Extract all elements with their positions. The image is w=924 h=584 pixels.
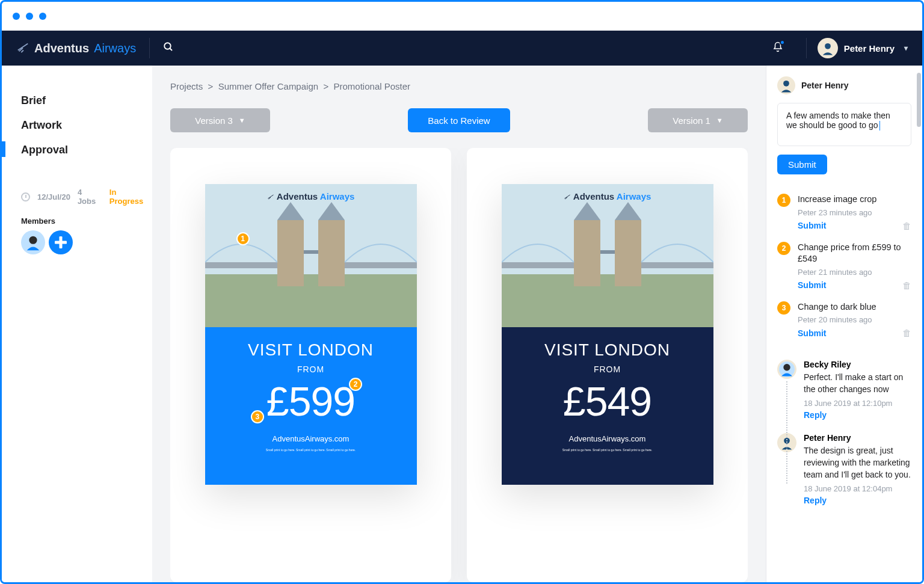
members-list (21, 230, 152, 254)
amend-item: 3 Change to dark blue Peter 20 minutes a… (777, 301, 911, 339)
svg-rect-19 (574, 220, 600, 286)
user-name: Peter Henry (844, 43, 895, 54)
thread-text: Perfect. I'll make a start on the other … (804, 372, 911, 395)
reply-link[interactable]: Reply (804, 410, 911, 420)
svg-point-29 (783, 364, 790, 370)
poster-panel-right: VISIT LONDON FROM £549 AdventusAirways.c… (502, 327, 713, 485)
brand-logo[interactable]: Adventus Airways (16, 40, 136, 57)
poster-price: £599 (266, 378, 355, 425)
thread-meta: 18 June 2019 at 12:10pm (804, 399, 911, 408)
divider (149, 38, 150, 58)
add-member-button[interactable] (49, 230, 73, 254)
project-jobs: 4 Jobs (78, 188, 102, 206)
body: Brief Artwork Approval 12/Jul/20 4 Jobs … (2, 66, 922, 582)
amend-meta: Peter 20 minutes ago (798, 315, 911, 324)
poster-left[interactable]: Adventus Airways 1 VISIT LONDON FROM £59… (205, 184, 417, 485)
amend-submit-link[interactable]: Submit (798, 280, 826, 290)
annotation-marker-2[interactable]: 2 (349, 378, 362, 391)
version-controls: Version 3 ▼ Back to Review Version 1 ▼ (170, 108, 748, 132)
notifications-bell-icon[interactable] (772, 41, 783, 55)
svg-point-3 (825, 43, 831, 49)
member-avatar[interactable] (21, 230, 45, 254)
bridge-illustration (502, 184, 713, 327)
amend-submit-link[interactable]: Submit (798, 328, 826, 338)
artwork-card-right: Adventus Airways VISIT LONDON FROM £549 … (467, 148, 748, 582)
amend-submit-link[interactable]: Submit (798, 221, 826, 230)
version-select-left[interactable]: Version 3 ▼ (170, 108, 270, 132)
version-right-label: Version 1 (673, 115, 710, 126)
trash-icon[interactable]: 🗑 (902, 328, 911, 338)
comment-author-name: Peter Henry (801, 81, 849, 90)
main-panel: Projects > Summer Offer Campaign > Promo… (152, 66, 766, 582)
annotation-marker-3[interactable]: 3 (251, 410, 264, 423)
sidebar-item-brief[interactable]: Brief (21, 88, 152, 113)
avatar (777, 433, 796, 452)
svg-rect-7 (55, 241, 67, 244)
bridge-illustration (205, 184, 417, 327)
thread-author: Peter Henry (804, 433, 911, 443)
back-to-review-button[interactable]: Back to Review (408, 108, 510, 132)
comment-draft-text: A few amends to make then we should be g… (786, 111, 890, 130)
reply-link[interactable]: Reply (804, 496, 911, 505)
trash-icon[interactable]: 🗑 (902, 221, 911, 231)
brand-part2: Airways (94, 41, 136, 55)
poster-title: VISIT LONDON (544, 340, 670, 360)
poster-from: FROM (297, 364, 324, 374)
window-dot[interactable] (26, 13, 33, 20)
chevron-down-icon: ▼ (239, 117, 245, 124)
svg-point-0 (164, 43, 171, 49)
brand-part1: Adventus (34, 41, 89, 55)
thread-comment: Peter Henry The design is great, just re… (777, 433, 911, 505)
sidebar: Brief Artwork Approval 12/Jul/20 4 Jobs … (2, 66, 152, 582)
svg-rect-20 (615, 220, 641, 286)
avatar (818, 38, 838, 58)
avatar (777, 76, 795, 94)
svg-rect-11 (318, 220, 345, 286)
svg-rect-15 (345, 262, 417, 268)
amend-item: 1 Increase image crop Peter 23 minutes a… (777, 194, 911, 231)
comment-input[interactable]: A few amends to make then we should be g… (777, 103, 911, 146)
poster-price: £549 (563, 378, 651, 425)
submit-comment-button[interactable]: Submit (777, 155, 827, 174)
thread-text: The design is great, just reviewing with… (804, 445, 911, 481)
amend-meta: Peter 21 minutes ago (798, 268, 911, 277)
annotation-marker-1[interactable]: 1 (236, 232, 250, 245)
window-dot[interactable] (39, 13, 46, 20)
project-meta: 12/Jul/20 4 Jobs In Progress (21, 188, 152, 206)
poster-title: VISIT LONDON (248, 340, 374, 360)
project-status: In Progress (109, 188, 152, 206)
poster-smallprint: Small print to go here. Small print to g… (266, 448, 356, 452)
svg-rect-16 (304, 250, 318, 254)
amend-title: Change price from £599 to £549 (798, 242, 911, 265)
amend-meta: Peter 23 minutes ago (798, 208, 911, 217)
sidebar-item-artwork[interactable]: Artwork (21, 113, 152, 138)
poster-brand: Adventus Airways (502, 191, 713, 201)
breadcrumb-item[interactable]: Projects (170, 81, 203, 91)
titlebar (2, 2, 922, 31)
poster-from: FROM (594, 364, 621, 374)
version-select-right[interactable]: Version 1 ▼ (648, 108, 748, 132)
version-left-label: Version 3 (195, 115, 233, 126)
amend-badge[interactable]: 2 (777, 242, 790, 255)
amend-badge[interactable]: 1 (777, 194, 790, 207)
divider (806, 38, 807, 58)
poster-image-right: Adventus Airways (502, 184, 713, 327)
svg-rect-23 (502, 262, 574, 268)
breadcrumb-item[interactable]: Summer Offer Campaign (218, 81, 318, 91)
user-menu[interactable]: Peter Henry ▾ (818, 38, 908, 58)
clock-icon (21, 192, 30, 201)
sidebar-item-approval[interactable]: Approval (21, 138, 152, 162)
poster-right[interactable]: Adventus Airways VISIT LONDON FROM £549 … (502, 184, 713, 485)
thread-meta: 18 June 2019 at 12:04pm (804, 484, 911, 493)
chevron-down-icon: ▾ (904, 44, 908, 52)
amends-list: 1 Increase image crop Peter 23 minutes a… (777, 194, 911, 338)
amend-badge[interactable]: 3 (777, 301, 790, 315)
breadcrumb-item[interactable]: Promotional Poster (334, 81, 411, 91)
trash-icon[interactable]: 🗑 (902, 280, 911, 290)
thread-author: Becky Riley (804, 360, 911, 369)
svg-rect-14 (205, 262, 277, 268)
scrollbar-thumb[interactable] (917, 73, 921, 127)
window-dot[interactable] (13, 13, 20, 20)
search-icon[interactable] (163, 41, 174, 55)
app-window: Adventus Airways Peter Henry ▾ Brief Art… (0, 0, 924, 584)
